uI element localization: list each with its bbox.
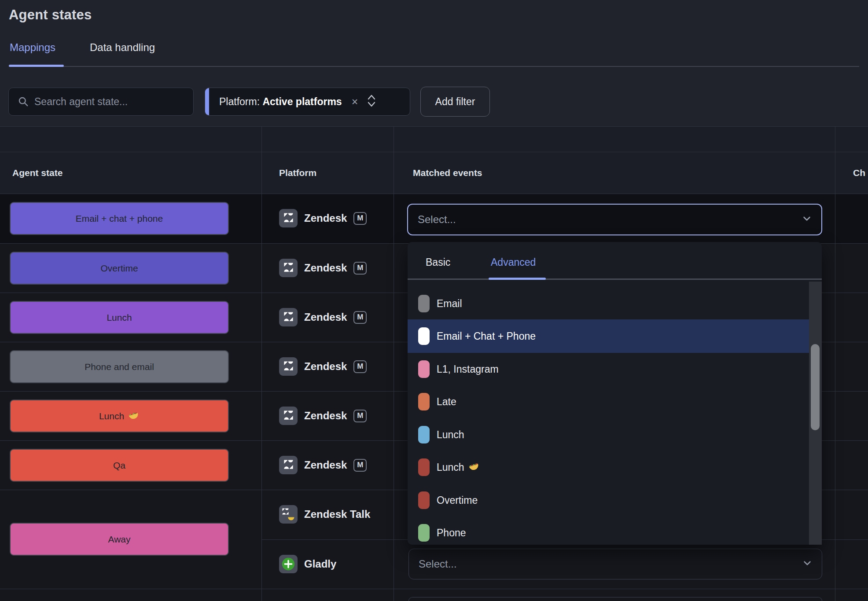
dropdown-tabs-underline-track	[408, 279, 822, 280]
platform-cell: Zendesk Talk	[279, 505, 402, 524]
platform-cell: Gladly	[279, 555, 402, 573]
column-divider	[835, 126, 835, 601]
event-color-swatch	[418, 327, 430, 345]
event-color-swatch	[418, 360, 430, 378]
agent-state-pill[interactable]: Phone and email	[10, 350, 229, 383]
platform-cell: Zendesk M	[279, 209, 402, 227]
monitored-badge: M	[353, 311, 367, 324]
agent-state-pill[interactable]: Email + chat + phone	[10, 202, 229, 235]
page-title: Agent states	[9, 7, 92, 23]
remove-filter-icon[interactable]: ×	[352, 96, 358, 107]
dropdown-option-highlighted[interactable]: Email + Chat + Phone	[408, 319, 809, 353]
search-placeholder: Search agent state...	[34, 96, 128, 108]
agent-state-pill[interactable]: Qa	[10, 449, 229, 482]
dropdown-option[interactable]: Lunch	[408, 418, 809, 451]
gladly-icon	[279, 555, 298, 573]
tabs-underline-track	[9, 66, 859, 67]
search-input[interactable]: Search agent state...	[8, 88, 194, 116]
filter-chip-accent	[205, 88, 209, 115]
row-divider	[0, 589, 868, 589]
zendesk-logo-icon	[283, 458, 294, 470]
event-color-swatch	[418, 458, 430, 476]
column-header-matched-events: Matched events	[413, 152, 482, 194]
zendesk-icon	[279, 456, 298, 474]
matched-events-select-open[interactable]: Select...	[407, 204, 822, 235]
agent-state-pill[interactable]: Lunch	[10, 399, 229, 432]
agent-state-pill[interactable]: Away	[10, 523, 229, 556]
monitored-badge: M	[353, 410, 367, 422]
table-top-border	[0, 126, 868, 127]
platform-cell: Zendesk M	[279, 407, 402, 425]
dropdown-option[interactable]: Email	[408, 287, 809, 320]
column-divider	[261, 126, 262, 601]
column-header-agent-state: Agent state	[12, 152, 63, 194]
zendesk-logo-icon	[283, 409, 294, 421]
filter-chip[interactable]: Platform: Active platforms ×	[205, 88, 410, 116]
dropdown-tab-basic[interactable]: Basic	[426, 257, 450, 268]
monitored-badge: M	[353, 262, 367, 275]
dropdown-active-tab-indicator	[489, 278, 546, 280]
taco-icon	[128, 409, 140, 421]
zendesk-icon	[279, 357, 298, 376]
taco-icon	[468, 460, 480, 472]
column-header-channels-truncated: Ch	[853, 152, 865, 194]
header-bottom-border	[0, 194, 868, 194]
agent-states-page: Agent states Mappings Data handling Sear…	[0, 0, 868, 601]
monitored-badge: M	[353, 459, 367, 472]
dropdown-option[interactable]: L1, Instagram	[408, 352, 809, 386]
dropdown-tab-advanced[interactable]: Advanced	[491, 257, 536, 268]
filter-expand-icon[interactable]	[367, 93, 376, 110]
event-color-swatch	[418, 491, 430, 509]
dropdown-scrollbar-thumb[interactable]	[811, 344, 820, 430]
zendesk-talk-icon	[279, 505, 298, 524]
tab-data-handling[interactable]: Data handling	[90, 41, 155, 54]
zendesk-icon	[279, 407, 298, 425]
zendesk-icon	[279, 308, 298, 326]
filter-chip-label: Platform: Active platforms	[219, 96, 342, 108]
search-icon	[18, 96, 29, 107]
add-filter-button[interactable]: Add filter	[420, 87, 490, 117]
platform-cell: Zendesk M	[279, 308, 402, 326]
monitored-badge: M	[353, 360, 367, 373]
zendesk-logo-icon	[283, 360, 294, 372]
agent-state-pill[interactable]: Lunch	[10, 301, 229, 334]
event-color-swatch	[418, 295, 430, 312]
zendesk-logo-icon	[283, 212, 294, 224]
zendesk-logo-icon	[283, 311, 294, 322]
chevron-down-icon	[801, 213, 813, 224]
active-tab-indicator	[9, 65, 64, 67]
dropdown-option[interactable]: Overtime	[408, 484, 809, 517]
event-color-swatch	[418, 393, 430, 410]
matched-events-select[interactable]: Select...	[408, 549, 822, 579]
matched-events-select-partial[interactable]	[408, 597, 822, 601]
zendesk-logo-icon	[283, 261, 294, 273]
platform-cell: Zendesk M	[279, 259, 402, 277]
tab-mappings[interactable]: Mappings	[10, 41, 55, 54]
chevron-down-icon	[802, 557, 813, 569]
dropdown-option[interactable]: Lunch	[408, 451, 809, 484]
zendesk-icon	[279, 209, 298, 227]
platform-cell: Zendesk M	[279, 456, 402, 474]
dropdown-option[interactable]: Phone	[408, 516, 809, 550]
column-header-platform: Platform	[279, 152, 316, 194]
monitored-badge: M	[353, 212, 367, 225]
dropdown-option[interactable]: Late	[408, 385, 809, 418]
event-color-swatch	[418, 426, 430, 443]
platform-cell: Zendesk M	[279, 357, 402, 376]
agent-state-pill[interactable]: Overtime	[10, 252, 229, 285]
zendesk-icon	[279, 259, 298, 277]
event-color-swatch	[418, 524, 430, 542]
